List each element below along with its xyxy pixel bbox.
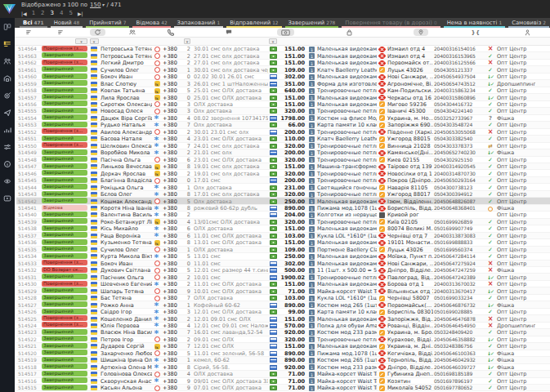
- page-number[interactable]: 5: [69, 10, 73, 16]
- phone-cell[interactable]: +380: [162, 316, 183, 323]
- clients-icon[interactable]: [113, 29, 152, 36]
- phone-cell[interactable]: +380: [162, 309, 183, 315]
- info-icon[interactable]: [2, 159, 12, 168]
- phone-cell[interactable]: +380: [162, 149, 183, 156]
- phone-cell[interactable]: +380: [162, 198, 183, 205]
- phone-cell[interactable]: +380: [162, 108, 183, 114]
- ttn-cell[interactable]: 20400316154016: [433, 46, 485, 52]
- payment-filter-dropdown[interactable]: [269, 38, 277, 44]
- ttn-cell[interactable]: 0501698185189: [433, 371, 485, 377]
- ttn-cell[interactable]: 20400315863234: [433, 87, 485, 94]
- phone-cell[interactable]: +380: [162, 302, 183, 309]
- order-row[interactable]: 514537 Завершений Раца Вероніка +380 6 1…: [16, 233, 550, 239]
- order-row[interactable]: 514533 Повернення (з… Бокоч Иван +380 0 …: [16, 261, 550, 267]
- ttn-cell[interactable]: 0504302925150: [433, 157, 485, 163]
- kanban-icon[interactable]: [2, 22, 12, 31]
- campaigns-icon[interactable]: [2, 108, 12, 117]
- order-row[interactable]: 514556 Завершений Сиротюк Олександр +380…: [16, 101, 550, 108]
- order-row[interactable]: 514524 Повернення (з… Юлія Первова +380 …: [16, 323, 550, 329]
- ttn-cell[interactable]: 20450646358882: [433, 336, 485, 343]
- ttn-cell[interactable]: 0504303378373: [433, 143, 485, 149]
- status-filter-dropdown[interactable]: [75, 38, 87, 44]
- phone-cell[interactable]: +380: [162, 74, 183, 80]
- order-row[interactable]: 514532 DO Возврат ск… Дукович Світлана +…: [16, 267, 550, 274]
- order-row[interactable]: 514547 Завершений Линьков Вячеслав +380 …: [16, 163, 550, 170]
- order-row[interactable]: 514536 Завершений Кузьменко Тетяна +380 …: [16, 239, 550, 246]
- order-row[interactable]: 514520 Завершений Захарченко Любовь +380…: [16, 350, 550, 357]
- order-row[interactable]: 514538 Завершений Кісь Михайло +380 6 ОЛ…: [16, 225, 550, 232]
- app-logo-icon[interactable]: [2, 2, 16, 16]
- phone-cell[interactable]: +380: [162, 185, 183, 191]
- ttn-cell[interactable]: 20400313873083: [433, 233, 485, 239]
- settings-sliders-icon[interactable]: [2, 142, 12, 151]
- order-row[interactable]: 514527 Завершений Рожко Анна +380 1 Кофе…: [16, 301, 550, 308]
- phone-cell[interactable]: +380: [162, 247, 183, 253]
- ttn-cell[interactable]: 20450646876732: [433, 302, 485, 309]
- order-row[interactable]: 514560 Завершений Бокоч Иван +380 0 02.0…: [16, 74, 550, 80]
- phone-cell[interactable]: +380: [162, 371, 183, 377]
- order-row[interactable]: 514517 Завершений Головінова Олексан… +3…: [16, 371, 550, 377]
- ttn-brackets-icon[interactable]: [447, 29, 505, 36]
- ttn-cell[interactable]: 20400316153965: [433, 53, 485, 60]
- page-number[interactable]: 4: [60, 10, 63, 16]
- order-row[interactable]: 514558 Завершений Ковпак Татьяна +380 5 …: [16, 87, 550, 94]
- ttn-cell[interactable]: 20450653055068: [433, 129, 485, 136]
- phone-cell[interactable]: +380: [162, 336, 183, 343]
- order-row[interactable]: 514541 Відмова Коротя Ніна Іванівна +380…: [16, 205, 550, 212]
- order-row[interactable]: 514557 Завершений Лила Ярослав +380 0 25…: [16, 94, 550, 100]
- ttn-cell[interactable]: 20450647242389: [433, 274, 485, 281]
- ttn-cell[interactable]: 0504300394912: [433, 191, 485, 198]
- ttn-cell[interactable]: 20450646476878: [433, 316, 485, 323]
- order-row[interactable]: 514561 Завершений Сучилов Олег +380 1 30…: [16, 66, 550, 73]
- order-row[interactable]: 514548 Завершений Пасічна Ольга +380 6 2…: [16, 157, 550, 163]
- order-row[interactable]: 514519 Завершений Шишкіна Ірина Олек… +3…: [16, 357, 550, 363]
- last-page-button[interactable]: [78, 11, 83, 16]
- per-page-dropdown[interactable]: 150: [90, 2, 104, 8]
- ttn-cell[interactable]: 0501699560374: [433, 247, 485, 253]
- ttn-cell[interactable]: 0503248409420: [433, 329, 485, 336]
- ttn-cell[interactable]: 0504305121337: [433, 67, 485, 74]
- status-tab[interactable]: Відправлений 12: [225, 18, 283, 28]
- phone-cell[interactable]: +380: [162, 81, 183, 87]
- ttn-cell[interactable]: 20450654937504: [433, 74, 485, 80]
- order-row[interactable]: 514555 Завершений Новосад Олеся +380 3 О…: [16, 108, 550, 114]
- order-row[interactable]: 514543 Завершений Бєлов Олег +380 8 17.0…: [16, 191, 550, 198]
- order-row[interactable]: 514529 Завершений Шапарь Тетяна +380 9 1…: [16, 287, 550, 294]
- status-tab[interactable]: Новий 48: [49, 18, 85, 28]
- phone-cell[interactable]: +380: [162, 177, 183, 184]
- sort-lines-icon[interactable]: [16, 29, 39, 36]
- order-row[interactable]: 514528 Завершений Бас Тетяна +380 7 ОЛХ …: [16, 295, 550, 301]
- pin-icon[interactable]: [395, 29, 447, 36]
- order-row[interactable]: 514545 Завершений Благінна Владіслава +3…: [16, 177, 550, 184]
- phone-cell[interactable]: +380: [162, 233, 183, 239]
- phone-cell[interactable]: +380: [162, 323, 183, 329]
- phone-cell[interactable]: +380: [162, 212, 183, 218]
- phone-cell[interactable]: +380: [162, 115, 183, 122]
- order-row[interactable]: 514546 Завершений Деркач Ярослав +380 2 …: [16, 170, 550, 176]
- phone-cell[interactable]: +380: [162, 239, 183, 246]
- phone-cell[interactable]: +380: [162, 288, 183, 295]
- phone-cell[interactable]: +380: [162, 46, 183, 52]
- ttn-cell[interactable]: 20450650293164: [433, 177, 485, 184]
- phone-cell[interactable]: +380: [162, 143, 183, 149]
- status-tab[interactable]: Повернення товару (в дорозі) 0: [340, 18, 441, 28]
- phone-cell[interactable]: +380: [162, 129, 183, 136]
- video-tutorials-icon[interactable]: [2, 194, 12, 203]
- ttn-cell[interactable]: 0504303382540: [433, 136, 485, 142]
- ttn-cell[interactable]: 20400314920545: [433, 163, 485, 170]
- ttn-cell[interactable]: 0503252733967: [433, 115, 485, 122]
- clients-icon[interactable]: [2, 56, 12, 65]
- ttn-cell[interactable]: 0501699888833: [433, 239, 485, 246]
- phone-cell[interactable]: +380: [162, 364, 183, 371]
- phone-cell[interactable]: +380: [162, 274, 183, 281]
- ttn-cell[interactable]: 20450648826087: [433, 198, 485, 205]
- phone-cell[interactable]: +380: [162, 343, 183, 350]
- first-page-button[interactable]: [21, 11, 27, 16]
- order-row[interactable]: 514551 Завершений Басова Наталя +380 4 2…: [16, 136, 550, 142]
- order-row[interactable]: 514525 Повернення (з… Кошеленко Данил +3…: [16, 315, 550, 322]
- stats-icon[interactable]: [2, 125, 12, 134]
- order-row[interactable]: 514539 Завершений Роке-Бетанкурт Лін… +3…: [16, 219, 550, 225]
- order-row[interactable]: 514518 Завершений Артюхіна Олена Ми… +38…: [16, 364, 550, 371]
- order-row[interactable]: 514544 Завершений Рокіцька Ольга +380 1 …: [16, 184, 550, 190]
- phone-cell[interactable]: +380: [162, 267, 183, 274]
